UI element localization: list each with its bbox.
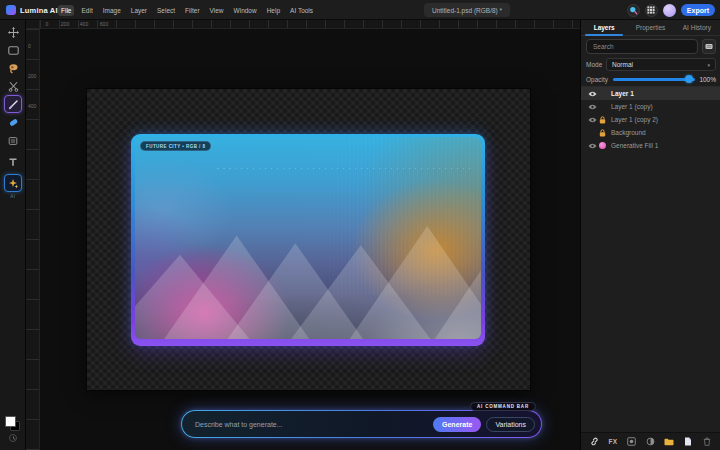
visibility-toggle[interactable] bbox=[587, 91, 597, 97]
layer-row-background[interactable]: Background bbox=[581, 126, 720, 139]
apps-grid-button[interactable] bbox=[645, 4, 658, 17]
layer-filter-button[interactable] bbox=[702, 39, 716, 54]
eye-icon bbox=[588, 91, 597, 97]
brush-icon bbox=[8, 99, 19, 110]
ai-search-button[interactable] bbox=[627, 4, 640, 17]
layers-panel: Layers Properties AI History Search Mode… bbox=[580, 20, 720, 450]
scissors-icon bbox=[8, 81, 19, 92]
layer-list: Layer 1 Layer 1 (copy) bbox=[581, 87, 720, 152]
opacity-slider-track bbox=[613, 78, 695, 81]
filter-icon bbox=[705, 43, 713, 50]
generate-button[interactable]: Generate bbox=[433, 417, 481, 432]
generated-image[interactable]: FUTURE CITY • RGB / 8 bbox=[131, 134, 485, 346]
eraser-tool-button[interactable] bbox=[4, 113, 22, 131]
user-avatar[interactable] bbox=[663, 4, 676, 17]
menu-filter[interactable]: Filter bbox=[182, 5, 202, 16]
generate-button-label: Generate bbox=[442, 421, 472, 428]
menu-image[interactable]: Image bbox=[100, 5, 124, 16]
layer-mask-button[interactable] bbox=[626, 436, 638, 448]
brush-tool-button[interactable] bbox=[4, 95, 22, 113]
folder-icon bbox=[664, 438, 674, 446]
move-tool-button[interactable] bbox=[4, 23, 22, 41]
ai-search-icon bbox=[629, 6, 638, 15]
type-tool-button[interactable] bbox=[4, 153, 22, 171]
move-icon bbox=[8, 27, 19, 38]
visibility-toggle[interactable] bbox=[587, 117, 597, 123]
eye-icon bbox=[588, 117, 597, 123]
visibility-toggle[interactable] bbox=[587, 104, 597, 110]
tab-properties[interactable]: Properties bbox=[627, 20, 673, 35]
new-layer-icon bbox=[684, 437, 692, 446]
grid-icon bbox=[647, 6, 655, 14]
mountains-graphic bbox=[135, 137, 481, 339]
eye-icon bbox=[588, 143, 597, 149]
panel-tabs: Layers Properties AI History bbox=[581, 20, 720, 36]
layer-effects-button[interactable]: FX bbox=[607, 436, 619, 448]
layer-row-layer-1[interactable]: Layer 1 bbox=[581, 87, 720, 100]
history-button[interactable] bbox=[9, 434, 17, 442]
lasso-icon bbox=[8, 63, 19, 74]
clone-stamp-icon bbox=[8, 136, 18, 146]
layer-search-input[interactable]: Search bbox=[586, 39, 698, 54]
menu-list: File Edit Image Layer Select Filter View… bbox=[58, 0, 316, 20]
lock-indicator bbox=[598, 116, 607, 124]
document-tab[interactable]: Untitled-1.psd (RGB/8) * bbox=[424, 3, 510, 17]
menu-layer[interactable]: Layer bbox=[128, 5, 150, 16]
ai-sparkle-icon bbox=[8, 178, 19, 189]
tab-layers[interactable]: Layers bbox=[581, 20, 627, 35]
menu-edit[interactable]: Edit bbox=[78, 5, 95, 16]
link-layers-button[interactable] bbox=[588, 436, 600, 448]
app-window: Lumina AI File Edit Image Layer Select F… bbox=[0, 0, 720, 450]
ai-command-bar: Describe what to generate... Generate Va… bbox=[181, 410, 542, 438]
blend-mode-select[interactable]: Normal ▾ bbox=[606, 58, 716, 71]
delete-layer-button[interactable] bbox=[701, 436, 713, 448]
new-group-button[interactable] bbox=[663, 436, 675, 448]
link-icon bbox=[590, 437, 599, 446]
visibility-toggle[interactable] bbox=[587, 143, 597, 149]
layer-name: Layer 1 (copy) bbox=[611, 103, 653, 110]
marquee-tool-button[interactable] bbox=[4, 41, 22, 59]
layer-name: Generative Fill 1 bbox=[611, 142, 658, 149]
app-title: Lumina AI bbox=[20, 6, 58, 15]
layer-row-layer-1-copy[interactable]: Layer 1 (copy) bbox=[581, 100, 720, 113]
new-layer-button[interactable] bbox=[682, 436, 694, 448]
scissors-tool-button[interactable] bbox=[4, 77, 22, 95]
layer-row-generative-fill-1[interactable]: Generative Fill 1 bbox=[581, 139, 720, 152]
adjustment-layer-button[interactable] bbox=[644, 436, 656, 448]
eye-icon bbox=[588, 104, 597, 110]
lasso-tool-button[interactable] bbox=[4, 59, 22, 77]
menu-view[interactable]: View bbox=[207, 5, 227, 16]
canvas-area[interactable]: 0 200 400 600 0 200 400 bbox=[26, 20, 580, 450]
ruler-h-label: 400 bbox=[80, 21, 88, 27]
clone-stamp-tool-button[interactable] bbox=[4, 132, 22, 150]
tab-ai-history[interactable]: AI History bbox=[674, 20, 720, 35]
blend-mode-value: Normal bbox=[612, 61, 633, 68]
opacity-slider[interactable] bbox=[613, 73, 695, 85]
layer-name: Background bbox=[611, 129, 646, 136]
menu-file[interactable]: File bbox=[58, 5, 74, 16]
brand: Lumina AI bbox=[6, 0, 58, 20]
vertical-ruler: 0 200 400 bbox=[26, 29, 40, 450]
opacity-slider-thumb[interactable] bbox=[685, 75, 693, 83]
menu-window[interactable]: Window bbox=[231, 5, 260, 16]
foreground-color-swatch[interactable] bbox=[5, 416, 16, 427]
eraser-icon bbox=[8, 117, 19, 128]
ruler-h-label: 0 bbox=[46, 21, 49, 27]
app-logo-icon bbox=[6, 5, 16, 15]
layer-search-row: Search bbox=[586, 39, 716, 54]
marquee-icon bbox=[8, 46, 19, 55]
image-content: FUTURE CITY • RGB / 8 bbox=[135, 137, 481, 339]
tools-sidebar: AI bbox=[0, 20, 26, 450]
lock-indicator bbox=[598, 129, 607, 137]
ai-generate-tool-button[interactable] bbox=[4, 174, 22, 192]
prompt-input[interactable]: Describe what to generate... bbox=[195, 421, 433, 428]
menu-help[interactable]: Help bbox=[264, 5, 283, 16]
menu-select[interactable]: Select bbox=[154, 5, 178, 16]
image-info-tag: FUTURE CITY • RGB / 8 bbox=[140, 141, 211, 151]
variations-button[interactable]: Variations bbox=[486, 417, 535, 432]
export-button[interactable]: Export bbox=[681, 4, 715, 16]
lock-icon bbox=[599, 129, 606, 137]
generative-fill-swatch bbox=[598, 142, 607, 149]
layer-row-layer-1-copy-2[interactable]: Layer 1 (copy 2) bbox=[581, 113, 720, 126]
menu-ai-tools[interactable]: AI Tools bbox=[287, 5, 316, 16]
